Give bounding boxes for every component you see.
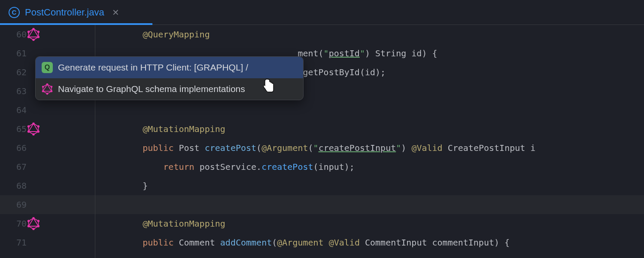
- svg-point-14: [27, 130, 30, 132]
- popup-item[interactable]: Navigate to GraphQL schema implementatio…: [36, 78, 303, 100]
- file-tab[interactable]: C PostController.java ✕: [0, 0, 128, 25]
- close-icon[interactable]: ✕: [112, 7, 119, 18]
- line-number: 66: [0, 143, 29, 153]
- graphql-gutter-icon[interactable]: [27, 217, 40, 230]
- svg-point-30: [42, 90, 44, 92]
- line-number: 70: [0, 218, 29, 229]
- code-line[interactable]: public Comment addComment(@Argument @Val…: [95, 233, 644, 252]
- code-line[interactable]: @MutationMapping: [95, 120, 644, 138]
- code-line[interactable]: @MutationMapping: [95, 214, 644, 233]
- svg-point-19: [37, 220, 39, 222]
- popup-item-label: Generate request in HTTP Client: [GRAPHQ…: [58, 62, 248, 73]
- line-number: 60: [0, 29, 29, 40]
- svg-point-22: [27, 225, 30, 227]
- svg-point-27: [51, 86, 53, 88]
- popup-item[interactable]: QGenerate request in HTTP Client: [GRAPH…: [36, 57, 303, 78]
- line-number: 61: [0, 48, 29, 58]
- svg-point-7: [27, 31, 30, 33]
- graphql-icon: [42, 83, 53, 95]
- gutter-row: 67: [0, 157, 95, 176]
- tab-label: PostController.java: [25, 7, 104, 18]
- line-number: 68: [0, 181, 29, 191]
- gutter-row: 70: [0, 214, 95, 233]
- svg-marker-9: [29, 123, 39, 132]
- java-class-icon: C: [9, 7, 20, 18]
- line-number: 62: [0, 67, 29, 77]
- svg-marker-25: [43, 84, 52, 91]
- svg-point-31: [42, 86, 44, 88]
- gutter-row: 66: [0, 138, 95, 157]
- svg-marker-17: [29, 218, 39, 226]
- gutter-row: 68: [0, 176, 95, 195]
- popup-item-label: Navigate to GraphQL schema implementatio…: [58, 84, 245, 94]
- svg-point-12: [37, 130, 39, 132]
- line-number: 69: [0, 200, 29, 210]
- svg-point-28: [51, 90, 53, 92]
- tab-bar: C PostController.java ✕: [0, 0, 644, 25]
- code-line[interactable]: public Post createPost(@Argument("create…: [95, 138, 644, 157]
- line-number: 71: [0, 237, 29, 248]
- http-request-icon: Q: [42, 62, 53, 73]
- gutter-row: 69: [0, 195, 95, 214]
- gutter-row: 64: [0, 101, 95, 120]
- svg-point-4: [37, 36, 39, 38]
- graphql-gutter-icon[interactable]: [27, 28, 40, 41]
- svg-point-6: [27, 36, 30, 38]
- svg-point-3: [37, 31, 39, 33]
- svg-point-15: [27, 125, 30, 127]
- gutter-row: 60: [0, 25, 95, 44]
- line-number: 64: [0, 105, 29, 115]
- code-line[interactable]: return postService.createPost(input);: [95, 157, 644, 176]
- line-number: 67: [0, 162, 29, 172]
- code-line[interactable]: [95, 195, 644, 214]
- svg-point-23: [27, 220, 30, 222]
- gutter-action-popup: QGenerate request in HTTP Client: [GRAPH…: [35, 56, 304, 100]
- graphql-gutter-icon[interactable]: [27, 123, 40, 135]
- code-line[interactable]: [95, 101, 644, 120]
- svg-point-20: [37, 225, 39, 227]
- svg-marker-1: [29, 29, 39, 37]
- code-line[interactable]: @QueryMapping: [95, 25, 644, 44]
- line-number: 65: [0, 124, 29, 134]
- line-number: 63: [0, 86, 29, 96]
- svg-point-11: [37, 125, 39, 127]
- gutter-row: 71: [0, 233, 95, 252]
- code-line[interactable]: }: [95, 176, 644, 195]
- gutter-row: 65: [0, 120, 95, 138]
